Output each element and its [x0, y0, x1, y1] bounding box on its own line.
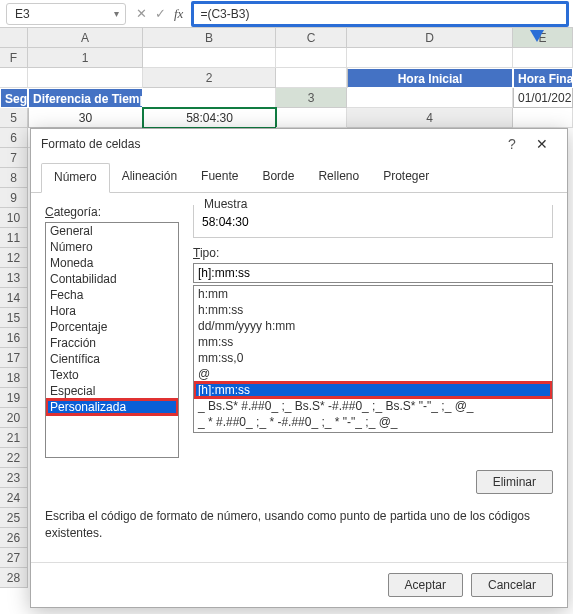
format-cells-dialog: Formato de celdas ? ✕ Número Alineación …: [30, 128, 568, 608]
row-hdr[interactable]: 12: [0, 248, 28, 268]
row-hdr[interactable]: 19: [0, 388, 28, 408]
row-hdr[interactable]: 7: [0, 148, 28, 168]
row-hdr[interactable]: 5: [0, 108, 28, 128]
row-hdr[interactable]: 20: [0, 408, 28, 428]
row-3[interactable]: 3: [276, 88, 347, 108]
cell[interactable]: [143, 48, 276, 68]
cancel-button[interactable]: Cancelar: [471, 573, 553, 597]
cell[interactable]: [276, 68, 347, 88]
cat-especial[interactable]: Especial: [46, 383, 178, 399]
fmt-item[interactable]: dd/mm/yyyy h:mm: [194, 318, 552, 334]
fmt-item[interactable]: _ * #.##0_ ;_ * -#.##0_ ;_ * "-"_ ;_ @_: [194, 414, 552, 430]
cat-general[interactable]: General: [46, 223, 178, 239]
row-hdr[interactable]: 16: [0, 328, 28, 348]
tab-relleno[interactable]: Relleno: [306, 163, 371, 192]
row-hdr[interactable]: 21: [0, 428, 28, 448]
col-A[interactable]: A: [28, 28, 143, 48]
header-hora-final[interactable]: Hora Final: [513, 68, 573, 88]
row-hdr[interactable]: 23: [0, 468, 28, 488]
type-input[interactable]: [193, 263, 553, 283]
row-hdr[interactable]: 9: [0, 188, 28, 208]
help-icon[interactable]: ?: [497, 136, 527, 152]
close-icon[interactable]: ✕: [527, 136, 557, 152]
fmt-item[interactable]: mm:ss: [194, 334, 552, 350]
row-hdr[interactable]: 17: [0, 348, 28, 368]
cell[interactable]: [513, 108, 573, 128]
dialog-title: Formato de celdas: [41, 137, 140, 151]
tab-alineacion[interactable]: Alineación: [110, 163, 189, 192]
cat-contabilidad[interactable]: Contabilidad: [46, 271, 178, 287]
tab-proteger[interactable]: Proteger: [371, 163, 441, 192]
cell-B3[interactable]: 01/01/2020 1:30:30: [513, 88, 573, 108]
dialog-tabs: Número Alineación Fuente Borde Relleno P…: [31, 163, 567, 193]
tab-fuente[interactable]: Fuente: [189, 163, 250, 192]
fmt-item[interactable]: @: [194, 366, 552, 382]
row-hdr[interactable]: 15: [0, 308, 28, 328]
cell-D3[interactable]: 30: [28, 108, 143, 128]
cat-porcentaje[interactable]: Porcentaje: [46, 319, 178, 335]
tab-numero[interactable]: Número: [41, 163, 110, 193]
cell[interactable]: [276, 48, 347, 68]
cat-personalizada[interactable]: Personalizada: [46, 399, 178, 415]
accept-icon[interactable]: ✓: [155, 6, 166, 21]
row-hdr[interactable]: 14: [0, 288, 28, 308]
select-all-corner[interactable]: [0, 28, 28, 48]
row-hdr[interactable]: 8: [0, 168, 28, 188]
col-B[interactable]: B: [143, 28, 276, 48]
cat-fecha[interactable]: Fecha: [46, 287, 178, 303]
cell-reference: E3: [15, 7, 30, 21]
cell[interactable]: [143, 88, 276, 108]
formula-input[interactable]: =(C3-B3): [193, 3, 567, 25]
row-4[interactable]: 4: [347, 108, 513, 128]
fmt-item[interactable]: mm:ss,0: [194, 350, 552, 366]
cat-fraccion[interactable]: Fracción: [46, 335, 178, 351]
row-hdr[interactable]: 28: [0, 568, 28, 588]
cat-numero[interactable]: Número: [46, 239, 178, 255]
col-C[interactable]: C: [276, 28, 347, 48]
cat-moneda[interactable]: Moneda: [46, 255, 178, 271]
fmt-item[interactable]: h:mm:ss: [194, 302, 552, 318]
header-hora-inicial[interactable]: Hora Inicial: [347, 68, 513, 88]
sample-label: Muestra: [200, 197, 251, 211]
row-hdr[interactable]: 18: [0, 368, 28, 388]
fx-icon[interactable]: fx: [174, 6, 183, 22]
highlight-arrow: [530, 30, 544, 42]
fmt-item-selected[interactable]: [h]:mm:ss: [194, 382, 552, 398]
delete-row: Eliminar: [31, 466, 567, 498]
row-hdr[interactable]: 13: [0, 268, 28, 288]
cell[interactable]: [347, 48, 513, 68]
cat-cientifica[interactable]: Científica: [46, 351, 178, 367]
cell[interactable]: [513, 48, 573, 68]
cell[interactable]: [276, 108, 347, 128]
tab-borde[interactable]: Borde: [250, 163, 306, 192]
row-hdr[interactable]: 11: [0, 228, 28, 248]
header-diferencia[interactable]: Diferencia de Tiempo: [28, 88, 143, 108]
row-hdr[interactable]: 10: [0, 208, 28, 228]
row-hdr[interactable]: 26: [0, 528, 28, 548]
format-list[interactable]: h:mm h:mm:ss dd/mm/yyyy h:mm mm:ss mm:ss…: [193, 285, 553, 433]
cell-E3[interactable]: 58:04:30: [143, 108, 276, 128]
name-box[interactable]: E3 ▾: [6, 3, 126, 25]
row-hdr[interactable]: 27: [0, 548, 28, 568]
cat-hora[interactable]: Hora: [46, 303, 178, 319]
row-hdr[interactable]: 6: [0, 128, 28, 148]
ok-button[interactable]: Aceptar: [388, 573, 463, 597]
chevron-down-icon[interactable]: ▾: [114, 8, 119, 19]
row-2[interactable]: 2: [143, 68, 276, 88]
type-label: Tipo:: [193, 246, 553, 260]
cat-texto[interactable]: Texto: [46, 367, 178, 383]
row-hdr[interactable]: 24: [0, 488, 28, 508]
fmt-item[interactable]: _ Bs.S* #.##0_ ;_ Bs.S* -#.##0_ ;_ Bs.S*…: [194, 398, 552, 414]
cell[interactable]: [28, 68, 143, 88]
delete-button[interactable]: Eliminar: [476, 470, 553, 494]
category-label: Categoría:: [45, 205, 179, 219]
row-hdr[interactable]: 22: [0, 448, 28, 468]
cell[interactable]: [347, 88, 513, 108]
category-list[interactable]: General Número Moneda Contabilidad Fecha…: [45, 222, 179, 458]
cancel-icon[interactable]: ✕: [136, 6, 147, 21]
row-1[interactable]: 1: [28, 48, 143, 68]
fmt-item[interactable]: h:mm: [194, 286, 552, 302]
row-hdr[interactable]: 25: [0, 508, 28, 528]
fmt-item[interactable]: _ Bs.S* #.##0,00_ ;_ Bs.S* -#.##0,00_ ;_…: [194, 430, 552, 433]
col-D[interactable]: D: [347, 28, 513, 48]
